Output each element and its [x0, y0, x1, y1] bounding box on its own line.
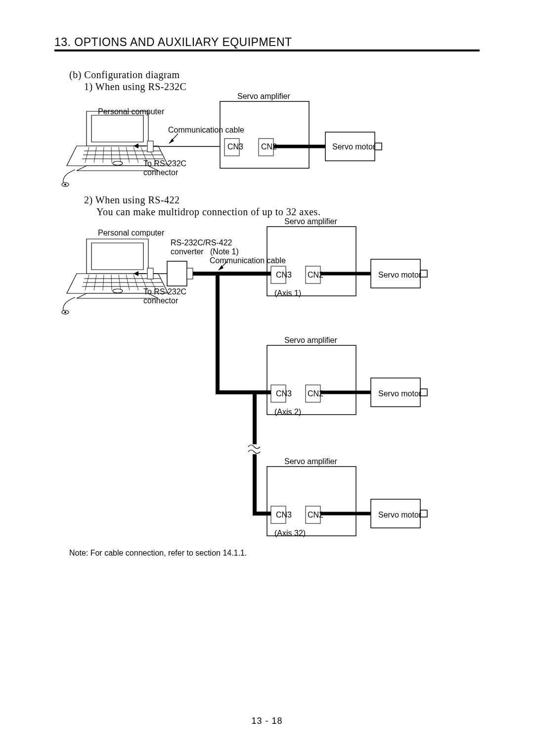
- label-pc-1: Personal computer: [98, 107, 164, 116]
- label-rs232-422: RS-232C/RS-422: [171, 238, 232, 247]
- label-cn2-a32: CN2: [308, 510, 323, 520]
- label-to232-2b: connector: [143, 296, 178, 305]
- svg-rect-25: [220, 101, 309, 168]
- section-item1: 1) When using RS-232C: [84, 81, 186, 93]
- diagram-rs232c: [59, 92, 435, 188]
- svg-marker-24: [169, 139, 174, 143]
- label-servoamp-a32: Servo amplifier: [284, 457, 337, 466]
- footnote: Note: For cable connection, refer to sec…: [69, 548, 247, 558]
- label-servoamp-1: Servo amplifier: [237, 92, 290, 101]
- label-to232-1b: connector: [143, 168, 178, 177]
- svg-rect-72: [267, 467, 356, 536]
- label-servoamp-a1: Servo amplifier: [284, 217, 337, 226]
- svg-rect-66: [267, 345, 356, 415]
- label-converter: converter: [171, 247, 204, 256]
- label-cn3-1: CN3: [227, 142, 243, 151]
- label-note1: (Note 1): [210, 247, 239, 256]
- svg-marker-1: [91, 115, 143, 142]
- label-commcable-2: Communication cable: [210, 256, 286, 265]
- label-pc-2: Personal computer: [98, 228, 164, 237]
- label-to232-2a: To RS-232C: [143, 287, 186, 296]
- label-servoamp-a2: Servo amplifier: [284, 335, 337, 345]
- label-axis2: (Axis 2): [274, 407, 301, 417]
- svg-rect-55: [187, 268, 193, 279]
- svg-rect-21: [147, 141, 153, 152]
- label-cn2-a2: CN2: [308, 389, 323, 398]
- label-servomotor-a2: Servo motor: [378, 389, 421, 398]
- label-servomotor-a1: Servo motor: [378, 270, 421, 280]
- svg-rect-52: [147, 268, 153, 279]
- svg-point-47: [113, 289, 123, 293]
- label-servomotor-1: Servo motor: [332, 142, 375, 151]
- title-rule: [54, 49, 480, 51]
- label-cn3-a1: CN3: [276, 270, 292, 280]
- section-b: (b) Configuration diagram: [69, 69, 180, 81]
- svg-rect-78: [249, 444, 260, 454]
- label-cn3-a32: CN3: [276, 510, 292, 520]
- label-axis32: (Axis 32): [274, 528, 306, 538]
- svg-rect-30: [375, 143, 382, 150]
- svg-point-49: [65, 312, 66, 313]
- svg-rect-54: [167, 261, 187, 286]
- section-item2: 2) When using RS-422: [84, 194, 180, 206]
- label-servomotor-a32: Servo motor: [378, 510, 421, 520]
- section-item2-sub: You can make multidrop connection of up …: [96, 206, 320, 218]
- label-commcable-1: Communication cable: [168, 125, 244, 135]
- svg-marker-32: [91, 243, 143, 270]
- label-cn3-a2: CN3: [276, 389, 292, 398]
- label-axis1: (Axis 1): [274, 288, 301, 298]
- page-title: 13. OPTIONS AND AUXILIARY EQUIPMENT: [54, 36, 292, 49]
- svg-point-18: [65, 184, 66, 186]
- svg-point-16: [113, 161, 123, 165]
- label-cn2-1: CN2: [261, 142, 277, 151]
- label-cn2-a1: CN2: [308, 270, 323, 280]
- page-number: 13 - 18: [0, 716, 534, 726]
- label-to232-1a: To RS-232C: [143, 159, 186, 168]
